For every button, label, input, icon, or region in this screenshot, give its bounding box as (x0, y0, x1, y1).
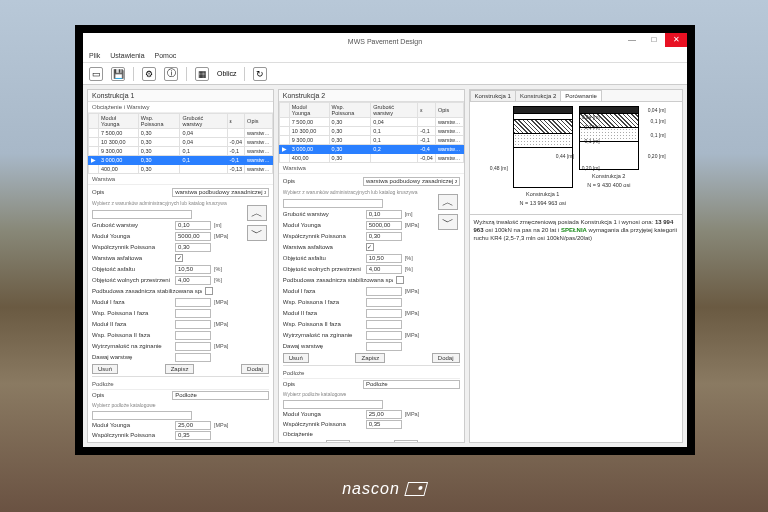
maximize-button[interactable]: □ (643, 33, 665, 47)
brand-icon (404, 482, 428, 496)
mf1-input-1[interactable] (175, 298, 211, 307)
layers-table-2[interactable]: Moduł Younga Wsp. Poissona Grubość warst… (279, 102, 464, 163)
summary-text: Wyższą trwałość zmęczeniową posiada Kons… (470, 214, 682, 246)
panel-title-1: Konstrukcja 1 (88, 90, 273, 102)
sila-input-2[interactable] (394, 440, 418, 443)
panel-konstrukcja-2: Konstrukcja 2 Moduł Younga Wsp. Poissona… (278, 89, 465, 443)
menubar: Plik Ustawienia Pomoc (83, 49, 687, 63)
mf1-input-2[interactable] (366, 287, 402, 296)
diagram-k2: 0,04 [m]0,1 [m]0,1 [m]0,20 [m]0,44 [m] K… (579, 106, 639, 206)
asfalt-check-2[interactable]: ✓ (366, 243, 374, 251)
objasf-input-2[interactable] (366, 254, 402, 263)
objasf-input-1[interactable] (175, 265, 211, 274)
usun-button-2[interactable]: Usuń (283, 353, 309, 363)
menu-help[interactable]: Pomoc (155, 52, 177, 59)
menu-file[interactable]: Plik (89, 52, 100, 59)
table-row: 400,000,30 -0,13warstw… (89, 165, 273, 174)
pod-wsp-1[interactable] (175, 431, 211, 440)
subhead-obc-1: Obciążenie i Warstwy (88, 102, 273, 113)
panel-konstrukcja-1: Konstrukcja 1 Obciążenie i Warstwy Moduł… (87, 89, 274, 443)
podloze-catalog-1[interactable] (92, 411, 192, 420)
opis-input-1[interactable] (172, 188, 269, 197)
window-title: MWS Pavement Design (348, 38, 422, 45)
save-icon[interactable]: 💾 (111, 67, 125, 81)
panel-results: Konstrukcja 1 Konstrukcja 2 Porównanie 0… (469, 89, 683, 443)
table-row: 10 300,000,300,1-0,1warstw… (279, 127, 463, 136)
layer-down-button-1[interactable]: ﹀ (247, 225, 267, 241)
table-row: ▶3 000,000,300,1-0,1warstw… (89, 156, 273, 165)
brand-logo: nascon (342, 480, 426, 498)
layer-down-button-2[interactable]: ﹀ (438, 214, 458, 230)
wpf1-input-1[interactable] (175, 309, 211, 318)
table-row: 9 300,000,300,1-0,1warstw… (279, 136, 463, 145)
modul-input-2[interactable] (366, 221, 402, 230)
toolbar: ▭ 💾 ⚙ ⓘ ▦ Oblicz ↻ (83, 63, 687, 85)
tab-k1[interactable]: Konstrukcja 1 (470, 90, 516, 101)
new-icon[interactable]: ▭ (89, 67, 103, 81)
layer-up-button-1[interactable]: ︿ (247, 205, 267, 221)
podloze-opis-2[interactable] (363, 380, 460, 389)
app-window: MWS Pavement Design — □ ✕ Plik Ustawieni… (83, 33, 687, 447)
info-icon[interactable]: ⓘ (164, 67, 178, 81)
wpf2-input-1[interactable] (175, 331, 211, 340)
dodaj-button-2[interactable]: Dodaj (432, 353, 460, 363)
dawaj-input-1[interactable] (175, 353, 211, 362)
table-row: 7 500,000,300,04warstw… (279, 118, 463, 127)
calculate-icon[interactable]: ▦ (195, 67, 209, 81)
wsp-input-2[interactable] (366, 232, 402, 241)
zapisz-button-1[interactable]: Zapisz (165, 364, 195, 374)
catalog-select-2[interactable] (283, 199, 383, 208)
objwol-input-1[interactable] (175, 276, 211, 285)
usun-button-1[interactable]: Usuń (92, 364, 118, 374)
layers-table-1[interactable]: Moduł Younga Wsp. Poissona Grubość warst… (88, 113, 273, 174)
close-button[interactable]: ✕ (665, 33, 687, 47)
titlebar: MWS Pavement Design — □ ✕ (83, 33, 687, 49)
menu-settings[interactable]: Ustawienia (110, 52, 144, 59)
table-row: 9 300,000,300,1-0,1warstw… (89, 147, 273, 156)
refresh-icon[interactable]: ↻ (253, 67, 267, 81)
wytrz-input-1[interactable] (175, 342, 211, 351)
pod-modul-1[interactable] (175, 421, 211, 430)
calculate-label: Oblicz (217, 70, 236, 77)
mf2-input-1[interactable] (175, 320, 211, 329)
table-row: 7 500,000,300,04warstw… (89, 129, 273, 138)
modul-input-1[interactable] (175, 232, 211, 241)
grubosc-input-2[interactable] (366, 210, 402, 219)
tab-k2[interactable]: Konstrukcja 2 (515, 90, 561, 101)
podloze-catalog-2[interactable] (283, 400, 383, 409)
wsp-input-1[interactable] (175, 243, 211, 252)
dawaj-input-2[interactable] (366, 342, 402, 351)
objwol-input-2[interactable] (366, 265, 402, 274)
asfalt-check-1[interactable]: ✓ (175, 254, 183, 262)
panel-title-2: Konstrukcja 2 (279, 90, 464, 102)
tab-compare[interactable]: Porównanie (560, 90, 602, 101)
subhead-war-2: Warstwa (279, 163, 464, 174)
layer-up-button-2[interactable]: ︿ (438, 194, 458, 210)
zapisz-button-2[interactable]: Zapisz (355, 353, 385, 363)
grubosc-input-1[interactable] (175, 221, 211, 230)
wpf2-input-2[interactable] (366, 320, 402, 329)
stab-check-1[interactable] (205, 287, 213, 295)
table-row: ▶3 000,000,300,2-0,4warstw… (279, 145, 463, 154)
table-row: 10 300,000,300,04-0,04warstw… (89, 138, 273, 147)
podloze-opis-1[interactable] (172, 391, 269, 400)
dodaj-button-1[interactable]: Dodaj (241, 364, 269, 374)
catalog-select-1[interactable] (92, 210, 192, 219)
subhead-war-1: Warstwa (88, 174, 273, 185)
gear-icon[interactable]: ⚙ (142, 67, 156, 81)
cisn-input-2[interactable] (326, 440, 350, 443)
minimize-button[interactable]: — (621, 33, 643, 47)
opis-input-2[interactable] (363, 177, 460, 186)
wytrz-input-2[interactable] (366, 331, 402, 340)
pod-wsp-2[interactable] (366, 420, 402, 429)
table-row: 400,000,30 -0,04warstw… (279, 154, 463, 163)
wpf1-input-2[interactable] (366, 298, 402, 307)
pod-modul-2[interactable] (366, 410, 402, 419)
mf2-input-2[interactable] (366, 309, 402, 318)
results-tabs: Konstrukcja 1 Konstrukcja 2 Porównanie (470, 90, 682, 102)
stab-check-2[interactable] (396, 276, 404, 284)
diagram-area: 0,04 [m]0,04 [m]0,1 [m]0,1 [m]0,20 [m]0,… (470, 102, 682, 210)
